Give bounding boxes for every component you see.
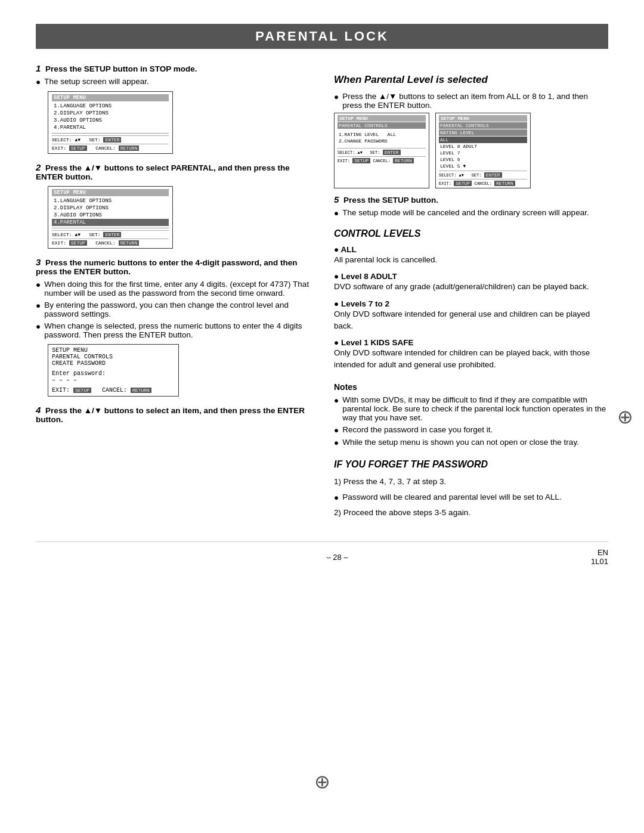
when-parental-bullet: ● Press the ▲/▼ buttons to select an ite…	[334, 92, 608, 110]
footer-lang: EN	[591, 548, 608, 557]
screen-mockup-3: SETUP MENU PARENTAL CONTROLS CREATE PASS…	[48, 344, 179, 397]
footer-code: 1L01	[591, 557, 608, 566]
screen2-bottom2: EXIT: SETUP CANCEL: RETURN	[52, 239, 169, 246]
step3-bullet-1: ● When doing this for the first time, en…	[36, 280, 310, 298]
screen-mockup-2: SETUP MENU 1.LANGUAGE OPTIONS 2.DISPLAY …	[48, 186, 173, 249]
screen3-dots: – – – –	[52, 377, 175, 383]
step1-heading: 1 Press the SETUP button in STOP mode.	[36, 63, 310, 73]
step4-number: 4	[36, 405, 41, 415]
footer: – 28 – EN 1L01	[36, 541, 608, 566]
screen1-bottom: SELECT: ▲▼ SET: ENTER	[52, 135, 169, 143]
screen1-item4: 4.PARENTAL	[52, 124, 169, 131]
screen1-item2: 2.DISPLAY OPTIONS	[52, 110, 169, 117]
step5-heading: 5 Press the SETUP button.	[334, 194, 608, 205]
when-parental-heading: When Parental Level is selected	[334, 74, 608, 86]
note-1: ● With some DVDs, it may be difficult to…	[334, 395, 608, 422]
screen2-item3: 3.AUDIO OPTIONS	[52, 212, 169, 219]
right-column: When Parental Level is selected ● Press …	[334, 63, 608, 524]
step3-text: Press the numeric buttons to enter the 4…	[36, 258, 297, 276]
step2-number: 2	[36, 162, 41, 172]
bullet-dot-1: ●	[36, 78, 41, 86]
page-number: – 28 –	[326, 553, 348, 562]
note-3: ● While the setup menu is shown you can …	[334, 438, 608, 447]
step5-text: Press the SETUP button.	[343, 196, 438, 205]
step3-bullet-3: ● When change is selected, press the num…	[36, 321, 310, 339]
page: PARENTAL LOCK 1 Press the SETUP button i…	[0, 0, 644, 833]
parental-screens-row: SETUP MENU PARENTAL CONTROLS 1.RATING LE…	[334, 113, 608, 188]
notes-heading: Notes	[334, 382, 608, 392]
step2-text: Press the ▲/▼ buttons to select PARENTAL…	[36, 163, 290, 181]
step3-heading: 3 Press the numeric buttons to enter the…	[36, 257, 310, 276]
cl-level1-text: Only DVD software intended for children …	[334, 347, 608, 371]
screen-parental-2: SETUP MENU PARENTAL CONTROLS RATING LEVE…	[435, 113, 531, 188]
step1-bullet: ● The setup screen will appear.	[36, 77, 310, 86]
screen1-bottom2: EXIT: SETUP CANCEL: RETURN	[52, 144, 169, 151]
screen3-bottom: EXIT: SETUP CANCEL: RETURN	[52, 387, 175, 394]
page-title: PARENTAL LOCK	[36, 24, 608, 49]
screen3-prompt: Enter password:	[52, 370, 175, 377]
screen3-header2: PARENTAL CONTROLS	[52, 354, 175, 360]
cl-all: ● ALL All parental lock is cancelled.	[334, 245, 608, 266]
cl-level1: ● Level 1 KIDS SAFE Only DVD software in…	[334, 338, 608, 371]
step3-bullet-2: ● By entering the password, you can then…	[36, 301, 310, 318]
screen-mockup-1: SETUP MENU 1.LANGUAGE OPTIONS 2.DISPLAY …	[48, 91, 173, 154]
cl-level8: ● Level 8 ADULT DVD software of any grad…	[334, 272, 608, 293]
crosshair-right: ⊕	[617, 407, 633, 426]
control-levels-heading: CONTROL LEVELS	[334, 228, 608, 239]
step2-heading: 2 Press the ▲/▼ buttons to select PARENT…	[36, 162, 310, 181]
screen2-item1: 1.LANGUAGE OPTIONS	[52, 197, 169, 205]
step4-heading: 4 Press the ▲/▼ buttons to select an ite…	[36, 405, 310, 424]
note-2: ● Record the password in case you forget…	[334, 425, 608, 435]
forget-step1: 1) Press the 4, 7, 3, 7 at step 3.	[334, 476, 608, 488]
footer-right: EN 1L01	[591, 548, 608, 566]
cl-levels7to2-label: ● Levels 7 to 2	[334, 299, 608, 308]
screen2-item2: 2.DISPLAY OPTIONS	[52, 205, 169, 212]
screen1-item1: 1.LANGUAGE OPTIONS	[52, 103, 169, 110]
screen1-header: SETUP MENU	[52, 94, 169, 101]
forget-step2: 2) Proceed the above steps 3-5 again.	[334, 507, 608, 519]
cl-level1-label: ● Level 1 KIDS SAFE	[334, 338, 608, 347]
cl-levels7to2: ● Levels 7 to 2 Only DVD software intend…	[334, 299, 608, 333]
screen1-item3: 3.AUDIO OPTIONS	[52, 117, 169, 124]
screen2-header: SETUP MENU	[52, 189, 169, 196]
screen3-header3: CREATE PASSWORD	[52, 360, 175, 367]
step3-number: 3	[36, 257, 41, 267]
screen2-item4-selected: 4.PARENTAL	[52, 219, 169, 226]
left-column: 1 Press the SETUP button in STOP mode. ●…	[36, 63, 310, 524]
step4-text: Press the ▲/▼ buttons to select an item,…	[36, 406, 305, 424]
forget-password-section: IF YOU FORGET THE PASSWORD 1) Press the …	[334, 459, 608, 519]
cl-all-text: All parental lock is cancelled.	[334, 254, 608, 266]
crosshair-bottom: ⊕	[314, 772, 330, 791]
cl-level8-text: DVD software of any grade (adult/general…	[334, 281, 608, 293]
forget-bullet-1: ● Password will be cleared and parental …	[334, 493, 608, 502]
screen2-bottom: SELECT: ▲▼ SET: ENTER	[52, 230, 169, 237]
screen-parental-1: SETUP MENU PARENTAL CONTROLS 1.RATING LE…	[334, 113, 429, 188]
screen3-header1: SETUP MENU	[52, 347, 175, 354]
step1-number: 1	[36, 63, 41, 73]
forget-password-heading: IF YOU FORGET THE PASSWORD	[334, 459, 608, 470]
step5-bullet: ● The setup mode will be canceled and th…	[334, 208, 608, 218]
step5-number: 5	[334, 194, 339, 205]
cl-all-label: ● ALL	[334, 245, 608, 254]
cl-levels7to2-text: Only DVD software intended for general u…	[334, 308, 608, 333]
cl-level8-label: ● Level 8 ADULT	[334, 272, 608, 281]
content-area: 1 Press the SETUP button in STOP mode. ●…	[36, 63, 608, 524]
step1-text: Press the SETUP button in STOP mode.	[45, 64, 197, 73]
